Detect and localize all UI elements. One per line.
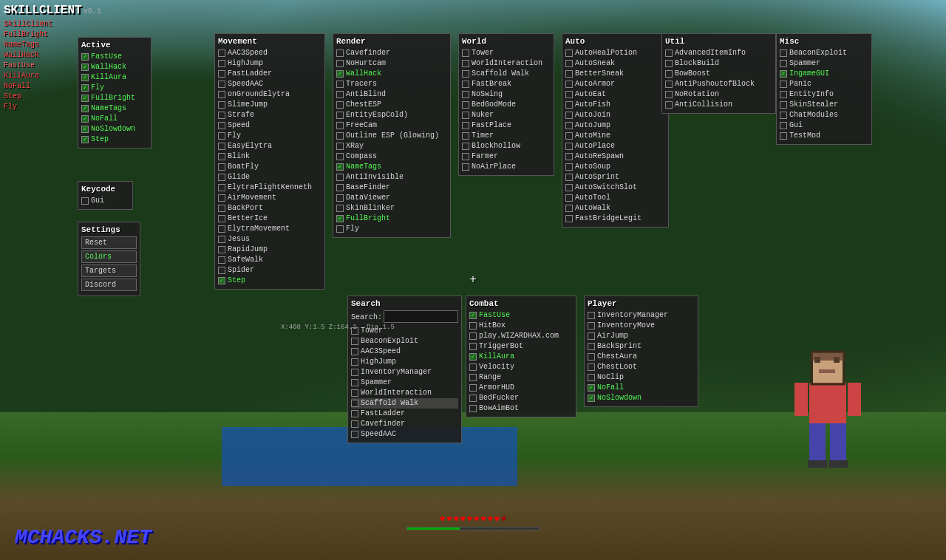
colors-button[interactable]: Colors — [81, 250, 137, 263]
active-item-nofall[interactable]: ✓NoFall — [81, 114, 148, 124]
world-item-timer[interactable]: Timer — [462, 131, 551, 141]
render-item-basefinder[interactable]: BaseFinder — [336, 182, 447, 193]
player-item-noslowdown[interactable]: ✓NoSlowdown — [588, 393, 695, 403]
auto-item-autotool[interactable]: AutoTool — [565, 193, 665, 203]
player-item-noclip[interactable]: NoClip — [588, 372, 695, 383]
discord-button[interactable]: Discord — [81, 279, 137, 291]
combat-item-bowaimbot[interactable]: BowAimBot — [469, 403, 573, 414]
render-item-dataviewer[interactable]: DataViewer — [336, 193, 447, 203]
auto-item-bettersneak[interactable]: BetterSneak — [565, 69, 665, 79]
world-item-scaffoldwalk[interactable]: Scaffold Walk — [462, 69, 551, 79]
auto-item-autojump[interactable]: AutoJump — [565, 120, 665, 131]
util-item-norotation[interactable]: NoRotation — [665, 89, 772, 100]
active-item-noslowdown[interactable]: ✓NoSlowdown — [81, 124, 148, 134]
world-item-bedgodmode[interactable]: BedGodMode — [462, 100, 551, 110]
auto-item-fastbridgelegit[interactable]: FastBridgeLegit — [565, 214, 665, 224]
auto-item-automine[interactable]: AutoMine — [565, 131, 665, 141]
misc-item-beaconexploit[interactable]: BeaconExploit — [780, 48, 868, 58]
world-item-nuker[interactable]: Nuker — [462, 110, 551, 120]
active-item-step[interactable]: ✓Step — [81, 134, 148, 145]
combat-item-armorhud[interactable]: ArmorHUD — [469, 383, 573, 393]
render-item-tracers[interactable]: Tracers — [336, 79, 447, 89]
search-item-fastladder[interactable]: FastLadder — [351, 409, 458, 419]
sidebar-link-skillclient[interactable]: SkillClient — [4, 19, 101, 30]
player-item-airjump[interactable]: AirJump — [588, 331, 695, 341]
movement-item-highjump[interactable]: HighJump — [218, 58, 321, 69]
auto-item-autohealpotion[interactable]: AutoHealPotion — [565, 48, 665, 58]
player-item-chestaura[interactable]: ChestAura — [588, 352, 695, 362]
render-item-entityespcold[interactable]: EntityEspCold) — [336, 110, 447, 120]
combat-item-range[interactable]: Range — [469, 372, 573, 383]
keycode-item-gui[interactable]: Gui — [81, 196, 129, 206]
util-item-blockbuild[interactable]: BlockBuild — [665, 58, 772, 69]
movement-item-aac3speed[interactable]: AAC3Speed — [218, 48, 321, 58]
render-item-cavefinder[interactable]: Cavefinder — [336, 48, 447, 58]
auto-item-autosneak[interactable]: AutoSneak — [565, 58, 665, 69]
render-item-nametags[interactable]: ✓NameTags — [336, 162, 447, 172]
combat-item-triggerbot[interactable]: TriggerBot — [469, 341, 573, 352]
active-item-fullbright[interactable]: ✓FullBright — [81, 93, 148, 103]
movement-item-safewalk[interactable]: SafeWalk — [218, 255, 321, 265]
search-item-scaffoldwalk[interactable]: Scaffold Walk — [351, 398, 458, 409]
world-item-fastplace[interactable]: FastPlace — [462, 120, 551, 131]
movement-item-airmovement[interactable]: AirMovement — [218, 193, 321, 203]
misc-item-skinstealer[interactable]: SkinStealer — [780, 100, 868, 110]
search-item-spammer[interactable]: Spammer — [351, 378, 458, 388]
movement-item-fastladder[interactable]: FastLadder — [218, 69, 321, 79]
world-item-blockhollow[interactable]: Blockhollow — [462, 141, 551, 151]
auto-item-autoarmor[interactable]: AutoArmor — [565, 79, 665, 89]
movement-item-step[interactable]: ✓Step — [218, 276, 321, 286]
movement-item-spider[interactable]: Spider — [218, 265, 321, 276]
util-item-bowboost[interactable]: BowBoost — [665, 69, 772, 79]
movement-item-speedaac[interactable]: SpeedAAC — [218, 79, 321, 89]
player-item-inventorymanager[interactable]: InventoryManager — [588, 310, 695, 321]
render-item-outlineesp[interactable]: Outline ESP (Glowing) — [336, 131, 447, 141]
render-item-freecam[interactable]: FreeCam — [336, 120, 447, 131]
render-item-fullbright[interactable]: ✓FullBright — [336, 214, 447, 224]
player-item-inventorymove[interactable]: InventoryMove — [588, 321, 695, 331]
movement-item-jesus[interactable]: Jesus — [218, 234, 321, 245]
auto-item-autofish[interactable]: AutoFish — [565, 100, 665, 110]
movement-item-fly[interactable]: Fly — [218, 131, 321, 141]
render-item-chestesp[interactable]: ChestESP — [336, 100, 447, 110]
auto-item-autosprint[interactable]: AutoSprint — [565, 172, 665, 182]
active-item-fly[interactable]: ✓Fly — [81, 83, 148, 93]
render-item-wallhack[interactable]: ✓WallHack — [336, 69, 447, 79]
movement-item-slimejump[interactable]: SlimeJump — [218, 100, 321, 110]
world-item-noairplace[interactable]: NoAirPlace — [462, 162, 551, 172]
player-item-nofall[interactable]: ✓NoFall — [588, 383, 695, 393]
misc-item-spammer[interactable]: Spammer — [780, 58, 868, 69]
movement-item-elytraflightkenneth[interactable]: ElytraFlightKenneth — [218, 182, 321, 193]
player-item-backsprint[interactable]: BackSprint — [588, 341, 695, 352]
movement-item-elytramovement[interactable]: ElytraMovement — [218, 224, 321, 234]
movement-item-betterice[interactable]: BetterIce — [218, 214, 321, 224]
movement-item-glide[interactable]: Glide — [218, 172, 321, 182]
combat-item-hitbox[interactable]: HitBox — [469, 321, 573, 331]
search-item-cavefinder[interactable]: Cavefinder — [351, 419, 458, 429]
combat-item-killaura[interactable]: ✓KillAura — [469, 352, 573, 362]
auto-item-autoplace[interactable]: AutoPlace — [565, 141, 665, 151]
reset-button[interactable]: Reset — [81, 236, 137, 249]
movement-item-boatfly[interactable]: BoatFly — [218, 162, 321, 172]
active-item-nametags[interactable]: ✓NameTags — [81, 103, 148, 114]
active-item-fastuse[interactable]: ✓FastUse — [81, 52, 148, 62]
movement-item-rapidjump[interactable]: RapidJump — [218, 245, 321, 255]
auto-item-autowalk[interactable]: AutoWalk — [565, 203, 665, 214]
auto-item-autoeat[interactable]: AutoEat — [565, 89, 665, 100]
misc-item-testmod[interactable]: TestMod — [780, 131, 868, 141]
targets-button[interactable]: Targets — [81, 264, 137, 277]
player-item-chestloot[interactable]: ChestLoot — [588, 362, 695, 372]
misc-item-gui[interactable]: Gui — [780, 120, 868, 131]
world-item-farmer[interactable]: Farmer — [462, 151, 551, 162]
combat-item-fastuse[interactable]: ✓FastUse — [469, 310, 573, 321]
misc-item-panic[interactable]: Panic — [780, 79, 868, 89]
search-item-aac3speed[interactable]: AAC3Speed — [351, 346, 458, 357]
auto-item-autoswitchslot[interactable]: AutoSwitchSlot — [565, 182, 665, 193]
util-item-anticollision[interactable]: AntiCollision — [665, 100, 772, 110]
render-item-compass[interactable]: Compass — [336, 151, 447, 162]
movement-item-backport[interactable]: BackPort — [218, 203, 321, 214]
render-item-antiblind[interactable]: AntiBlind — [336, 89, 447, 100]
search-item-worldinteraction[interactable]: WorldInteraction — [351, 388, 458, 398]
render-item-xray[interactable]: XRay — [336, 141, 447, 151]
active-item-killaura[interactable]: ✓KillAura — [81, 72, 148, 83]
